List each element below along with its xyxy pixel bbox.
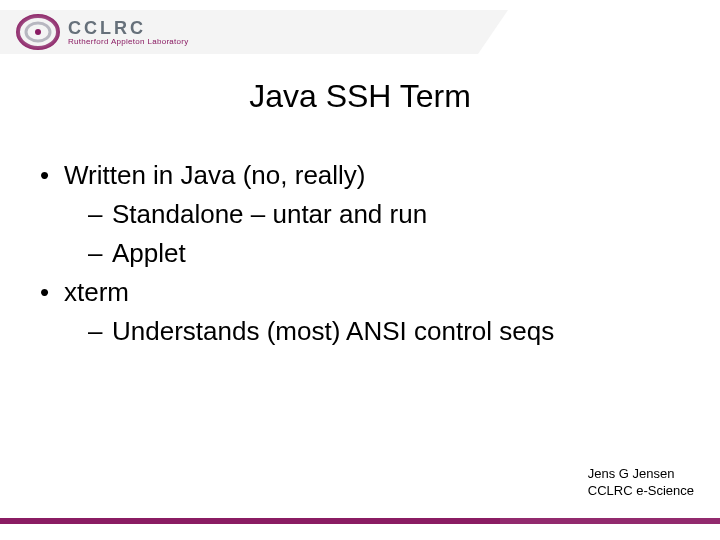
dash-marker-icon: – [88,234,112,273]
bullet-item: • xterm [40,273,680,312]
logo-subtitle: Rutherford Appleton Laboratory [68,37,189,46]
bullet-text: Understands (most) ANSI control seqs [112,312,554,351]
dash-marker-icon: – [88,195,112,234]
bullet-item: – Understands (most) ANSI control seqs [40,312,680,351]
bullet-item: – Applet [40,234,680,273]
org-logo: CCLRC Rutherford Appleton Laboratory [16,12,189,52]
footer-org: CCLRC e-Science [588,482,694,500]
bullet-item: • Written in Java (no, really) [40,156,680,195]
footer-credits: Jens G Jensen CCLRC e-Science [588,465,694,500]
svg-point-2 [35,29,41,35]
bullet-text: xterm [64,273,129,312]
bullet-marker-icon: • [40,156,64,195]
bullet-text: Written in Java (no, really) [64,156,366,195]
bullet-marker-icon: • [40,273,64,312]
logo-text: CCLRC [68,18,189,39]
slide-title: Java SSH Term [0,78,720,115]
logo-swirl-icon [16,12,60,52]
bullet-text: Applet [112,234,186,273]
footer-author: Jens G Jensen [588,465,694,483]
footer-accent-bar [0,518,720,524]
slide-body: • Written in Java (no, really) – Standal… [40,156,680,351]
dash-marker-icon: – [88,312,112,351]
bullet-text: Standalone – untar and run [112,195,427,234]
bullet-item: – Standalone – untar and run [40,195,680,234]
